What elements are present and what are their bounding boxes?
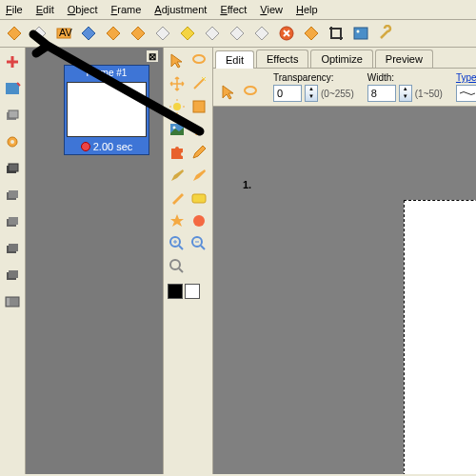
frame-thumbnail (67, 82, 147, 137)
svg-marker-11 (255, 27, 268, 40)
line-type-select[interactable] (456, 85, 476, 102)
svg-point-34 (173, 103, 181, 110)
wand-tool[interactable] (189, 74, 208, 93)
wrench-button[interactable] (375, 23, 396, 44)
menu-effect[interactable]: Effect (220, 4, 247, 15)
new-file-button[interactable] (4, 23, 25, 44)
zoom-fit-tool[interactable] (168, 257, 187, 276)
frame-item[interactable]: Frame #1 2.00 sec (64, 65, 149, 155)
menu-view[interactable]: View (260, 4, 283, 15)
lasso-tool[interactable] (189, 51, 208, 70)
menu-file[interactable]: File (6, 4, 23, 15)
zoom-in-tool[interactable] (168, 234, 187, 253)
diamond-icon (179, 25, 196, 42)
side-button-7[interactable] (2, 211, 23, 232)
stack-icon (4, 107, 21, 124)
tool-button-10[interactable] (227, 23, 248, 44)
puzzle-tool[interactable] (168, 143, 187, 162)
star-tool[interactable] (168, 211, 187, 230)
side-button-4[interactable] (2, 131, 23, 152)
opt-lasso[interactable] (241, 83, 260, 102)
svg-point-43 (170, 260, 180, 269)
menu-object[interactable]: Object (68, 4, 98, 15)
pen-icon (169, 189, 186, 207)
tool-button-11[interactable] (251, 23, 272, 44)
svg-marker-5 (107, 27, 120, 40)
drawing-tools: T (164, 48, 213, 474)
tab-optimize[interactable]: Optimize (310, 50, 372, 68)
rect-tool[interactable] (189, 188, 208, 208)
opt-cursor[interactable] (219, 83, 238, 102)
tool-button-8[interactable] (177, 23, 198, 44)
square-orange-icon (190, 98, 208, 115)
move-tool[interactable] (168, 74, 187, 93)
menu-help[interactable]: Help (296, 4, 318, 15)
crop-button[interactable] (326, 23, 347, 44)
width-spinner[interactable]: ▲▼ (399, 85, 412, 102)
brightness-tool[interactable] (168, 97, 187, 116)
width-input[interactable] (367, 85, 396, 102)
tool-button-13[interactable] (301, 23, 322, 44)
side-button-9[interactable] (2, 265, 23, 286)
circle-tool[interactable] (189, 211, 208, 230)
diamond-icon (303, 25, 320, 42)
brush-icon (169, 167, 186, 184)
editor-tabs: Edit Effects Optimize Preview (213, 48, 476, 69)
side-button-10[interactable] (2, 291, 23, 312)
svg-marker-4 (82, 27, 95, 40)
svg-marker-0 (8, 27, 21, 40)
side-button-3[interactable] (2, 105, 23, 126)
background-color[interactable] (185, 284, 200, 299)
diamond-icon (228, 25, 246, 42)
svg-point-40 (193, 215, 205, 227)
frames-icon (4, 293, 21, 310)
transparency-spinner[interactable]: ▲▼ (305, 85, 318, 102)
type-link[interactable]: Type (456, 72, 476, 83)
svg-rect-32 (7, 298, 10, 306)
shape-tool[interactable] (189, 97, 208, 116)
canvas[interactable] (404, 200, 476, 474)
main-toolbar: AVI (0, 20, 476, 48)
svg-marker-10 (230, 27, 244, 40)
side-button-5[interactable] (2, 158, 23, 179)
side-button-8[interactable] (2, 238, 23, 259)
transparency-input[interactable] (273, 85, 302, 102)
tab-effects[interactable]: Effects (256, 50, 308, 68)
side-button-6[interactable] (2, 185, 23, 206)
close-button[interactable] (276, 23, 297, 44)
avi-button[interactable]: AVI (53, 23, 74, 44)
tab-preview[interactable]: Preview (375, 50, 433, 68)
picture-icon (169, 121, 186, 138)
tab-edit[interactable]: Edit (215, 50, 254, 69)
svg-marker-1 (32, 27, 46, 40)
brush-gold-tool[interactable] (168, 166, 187, 185)
foreground-color[interactable] (168, 284, 183, 299)
canvas-viewport[interactable] (213, 107, 476, 474)
image-tool[interactable] (168, 120, 187, 139)
open-file-button[interactable] (29, 23, 50, 44)
brush-icon (190, 167, 208, 184)
menu-frame[interactable]: Frame (111, 4, 142, 15)
circle-icon (190, 212, 208, 229)
close-circle-icon (278, 25, 295, 42)
pencil-tool[interactable] (189, 143, 208, 162)
brush-tool[interactable] (189, 166, 208, 185)
panel-close-button[interactable]: ⊠ (146, 50, 159, 63)
stack-dark-icon (4, 160, 21, 177)
side-button-2[interactable] (2, 78, 23, 99)
side-add-button[interactable] (2, 51, 23, 72)
tool-button-9[interactable] (202, 23, 223, 44)
tool-button-7[interactable] (152, 23, 173, 44)
zoom-out-tool[interactable] (189, 234, 208, 253)
pointer-tool[interactable] (168, 51, 187, 70)
image-button[interactable] (350, 23, 371, 44)
tool-button-5[interactable] (103, 23, 124, 44)
text-tool[interactable]: T (189, 120, 208, 139)
save-button[interactable] (78, 23, 99, 44)
pen-tool[interactable] (168, 188, 187, 208)
menu-adjustment[interactable]: Adjustment (154, 4, 207, 15)
tool-button-6[interactable] (128, 23, 149, 44)
svg-marker-8 (181, 27, 194, 40)
menu-edit[interactable]: Edit (36, 4, 54, 15)
svg-point-33 (193, 55, 205, 63)
